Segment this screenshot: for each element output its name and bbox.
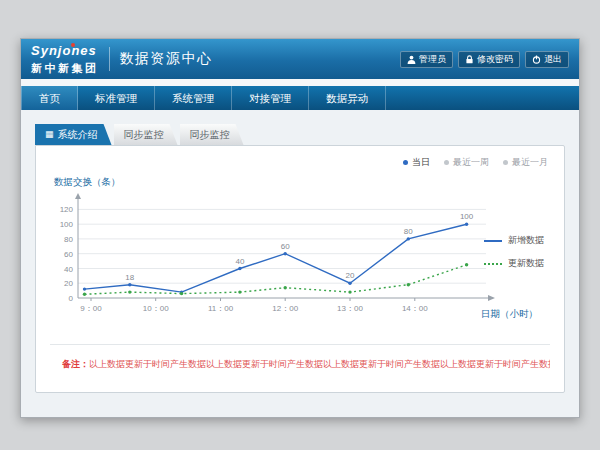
brand-divider [109,47,110,71]
footnote-text: 以上数据更新于时间产生数据以上数据更新于时间产生数据以上数据更新于时间产生数据以… [89,359,550,369]
filter-today[interactable]: 当日 [403,156,430,169]
user-icon [407,55,416,64]
svg-text:20: 20 [64,279,73,288]
bullet-icon [444,160,449,165]
app-title: 数据资源中心 [120,50,213,68]
filter-last-week[interactable]: 最近一周 [444,156,489,169]
filter-label: 最近一周 [453,156,489,169]
svg-text:12：00: 12：00 [272,304,298,313]
svg-text:20: 20 [346,271,355,280]
chart-legend: 新增数据 更新数据 [484,234,544,280]
desktop-background: Synjones 新中新集团 数据资源中心 管理员 修改密码 [0,0,600,450]
svg-text:60: 60 [281,242,290,251]
admin-label: 管理员 [419,53,446,66]
nav-item-home[interactable]: 首页 [21,86,78,110]
user-toolbar: 管理员 修改密码 退出 [395,51,569,68]
svg-text:14：00: 14：00 [402,304,428,313]
x-axis-title: 日期（小时） [481,308,538,321]
nav-item-standard-mgmt[interactable]: 标准管理 [78,86,155,110]
tab-system-intro[interactable]: ▦ 系统介绍 [35,124,112,145]
logo-text: Synjones [31,44,99,58]
tab-label: 同步监控 [190,128,230,142]
y-axis-title: 数据交换（条） [54,176,121,189]
svg-text:9：00: 9：00 [80,304,102,313]
svg-text:100: 100 [460,212,474,221]
legend-label: 新增数据 [508,234,544,247]
panel-divider [50,344,550,345]
nav-item-system-mgmt[interactable]: 系统管理 [155,86,232,110]
filter-label: 当日 [412,156,430,169]
svg-text:11：00: 11：00 [208,304,234,313]
logout-label: 退出 [544,53,562,66]
content-area: ▦ 系统介绍 同步监控 同步监控 当日 最近一周 最近一月 数据交换（条） 02… [21,110,579,417]
svg-text:0: 0 [69,294,74,303]
svg-text:80: 80 [64,235,73,244]
tab-label: 系统介绍 [58,128,98,142]
chart-panel: 当日 最近一周 最近一月 数据交换（条） 0204060801001209：00… [35,145,565,393]
synjones-logo: Synjones 新中新集团 [31,42,99,76]
nav-item-data-change[interactable]: 数据异动 [309,86,386,110]
company-name: 新中新集团 [31,62,99,74]
filter-label: 最近一月 [512,156,548,169]
change-password-button[interactable]: 修改密码 [458,51,520,68]
tab-sync-monitor-2[interactable]: 同步监控 [180,124,244,145]
tab-sync-monitor-1[interactable]: 同步监控 [114,124,178,145]
range-filters: 当日 最近一周 最近一月 [403,156,548,169]
legend-item-new-data[interactable]: 新增数据 [484,234,544,247]
svg-text:18: 18 [125,273,134,282]
bullet-icon [503,160,508,165]
bullet-icon [403,160,408,165]
legend-label: 更新数据 [508,257,544,270]
header-gap [21,79,579,86]
logout-button[interactable]: 退出 [525,51,569,68]
admin-button[interactable]: 管理员 [400,51,453,68]
grid-icon: ▦ [45,130,54,139]
svg-text:100: 100 [60,220,74,229]
svg-text:80: 80 [404,227,413,236]
svg-text:13：00: 13：00 [337,304,363,313]
main-nav: 首页 标准管理 系统管理 对接管理 数据异动 [21,86,579,110]
svg-text:40: 40 [64,265,73,274]
lock-icon [465,55,474,64]
footnote-label: 备注： [62,359,89,369]
power-icon [532,55,541,64]
line-chart: 0204060801001209：0010：0011：0012：0013：001… [48,192,500,324]
brand: Synjones 新中新集团 数据资源中心 [31,39,213,79]
change-password-label: 修改密码 [477,53,513,66]
legend-item-update-data[interactable]: 更新数据 [484,257,544,270]
nav-item-connect-mgmt[interactable]: 对接管理 [232,86,309,110]
tab-bar: ▦ 系统介绍 同步监控 同步监控 [35,124,565,145]
tab-label: 同步监控 [124,128,164,142]
svg-text:60: 60 [64,250,73,259]
app-header: Synjones 新中新集团 数据资源中心 管理员 修改密码 [21,39,579,79]
filter-last-month[interactable]: 最近一月 [503,156,548,169]
svg-text:40: 40 [235,257,244,266]
app-window: Synjones 新中新集团 数据资源中心 管理员 修改密码 [20,38,580,418]
footnote: 备注：以上数据更新于时间产生数据以上数据更新于时间产生数据以上数据更新于时间产生… [62,358,550,371]
svg-text:120: 120 [60,205,74,214]
solid-line-swatch [484,240,502,242]
dashed-line-swatch [484,263,502,265]
svg-text:10：00: 10：00 [143,304,169,313]
